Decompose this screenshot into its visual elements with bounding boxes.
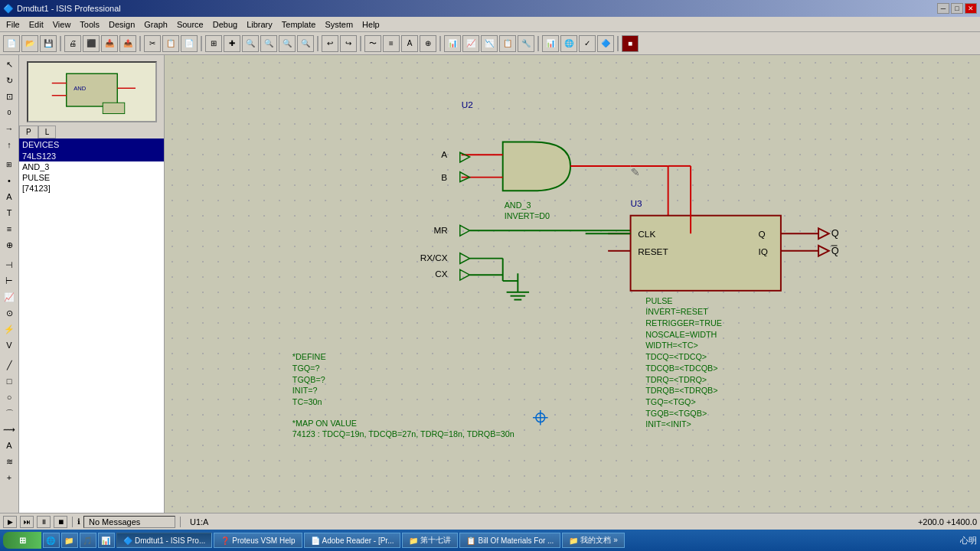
value-field[interactable]: 0 — [2, 105, 17, 120]
svg-text:TGQB=?: TGQB=? — [292, 375, 325, 384]
vdm-button[interactable]: ■ — [622, 35, 639, 52]
zoom-in-button[interactable]: 🔍 — [242, 35, 259, 52]
canvas-area[interactable]: U2 A B ✎ AND_3 INVERT=D0 — [165, 55, 980, 513]
quicklaunch-media[interactable]: 🎵 — [80, 533, 96, 548]
probe-button[interactable]: ⊕ — [420, 35, 436, 52]
toolbar-sep-2 — [139, 36, 141, 51]
paste-button[interactable]: 📄 — [181, 35, 198, 52]
tab-l[interactable]: L — [38, 126, 57, 139]
start-button[interactable]: ⊞ — [3, 532, 41, 549]
menu-file[interactable]: File — [2, 19, 24, 30]
open-button[interactable]: 📂 — [21, 35, 38, 52]
taskbar-folder[interactable]: 📁 第十七讲 — [402, 533, 458, 548]
label-button[interactable]: A — [401, 35, 418, 52]
menu-tools[interactable]: Tools — [75, 19, 104, 30]
device-74ls123[interactable]: 74LS123 — [19, 151, 164, 161]
zoom-area-button[interactable]: 🔍 — [279, 35, 296, 52]
quicklaunch-folder[interactable]: 📁 — [61, 533, 78, 548]
line-tool[interactable]: ╱ — [2, 357, 17, 373]
menu-help[interactable]: Help — [358, 19, 384, 30]
close-button[interactable]: ✕ — [965, 3, 977, 14]
device-pulse[interactable]: PULSE — [19, 172, 164, 183]
menu-library[interactable]: Library — [242, 19, 277, 30]
print2-button[interactable]: ⬛ — [83, 35, 100, 52]
path-tool[interactable]: ⟿ — [2, 422, 17, 437]
sim5-button[interactable]: 🔧 — [518, 35, 534, 52]
tape-tool[interactable]: ⊙ — [2, 305, 17, 321]
menu-template[interactable]: Template — [277, 19, 321, 30]
rotate-tool[interactable]: ↻ — [2, 73, 17, 88]
rect-tool[interactable]: □ — [2, 373, 17, 389]
circle-tool[interactable]: ○ — [2, 390, 17, 405]
bus-button[interactable]: ≡ — [383, 35, 400, 52]
terminal-tool[interactable]: ⊣ — [2, 257, 17, 272]
menu-edit[interactable]: Edit — [24, 19, 48, 30]
device-74123[interactable]: [74123] — [19, 183, 164, 194]
select-tool[interactable]: ↖ — [2, 57, 17, 72]
component-tool[interactable]: ⊡ — [2, 89, 17, 104]
status-coords: +200.0 +1400.0 — [918, 517, 977, 527]
check-button[interactable]: ✓ — [579, 35, 596, 52]
sim2-button[interactable]: 📈 — [462, 35, 479, 52]
menu-debug[interactable]: Debug — [208, 19, 242, 30]
sim3-button[interactable]: 📉 — [481, 35, 498, 52]
snap-button[interactable]: ⊞ — [205, 35, 222, 52]
pcb-button[interactable]: 🔷 — [597, 35, 614, 52]
add2-tool[interactable]: + — [2, 470, 17, 485]
label-tool[interactable]: A — [2, 189, 17, 204]
bus-tool[interactable]: ≡ — [2, 221, 17, 236]
pin-tool[interactable]: ⊢ — [2, 273, 17, 289]
add-button[interactable]: ✚ — [224, 35, 240, 52]
copy-button[interactable]: 📋 — [162, 35, 179, 52]
text-tool[interactable]: T — [2, 205, 17, 220]
zoom-out-button[interactable]: 🔍 — [260, 35, 277, 52]
sim1-button[interactable]: 📊 — [444, 35, 461, 52]
net-button[interactable]: 🌐 — [560, 35, 577, 52]
maximize-button[interactable]: □ — [951, 3, 963, 14]
wire-tool[interactable]: → — [2, 121, 17, 136]
export-button[interactable]: 📤 — [119, 35, 136, 52]
arc-tool[interactable]: ⌒ — [2, 406, 17, 421]
menu-design[interactable]: Design — [104, 19, 139, 30]
up-tool[interactable]: ↑ — [2, 137, 17, 152]
play-button[interactable]: ▶ — [3, 516, 17, 528]
pause-button[interactable]: ⏸ — [37, 516, 51, 528]
junction-tool[interactable]: • — [2, 173, 17, 188]
symbol-tool[interactable]: ≋ — [2, 454, 17, 469]
new-button[interactable]: 📄 — [3, 35, 20, 52]
menu-source[interactable]: Source — [172, 19, 208, 30]
taskbar-bom[interactable]: 📋 Bill Of Materials For ... — [459, 533, 560, 548]
menu-system[interactable]: System — [320, 19, 358, 30]
statusbar: ▶ ⏭ ⏸ ⏹ ℹ No Messages U1:A +200.0 +1400.… — [0, 513, 980, 530]
minimize-button[interactable]: ─ — [937, 3, 949, 14]
step-button[interactable]: ⏭ — [20, 516, 34, 528]
menu-view[interactable]: View — [48, 19, 76, 30]
gen-tool[interactable]: ⚡ — [2, 321, 17, 337]
taskbar-docs[interactable]: 📁 我的文档 » — [562, 533, 624, 548]
quicklaunch-ie[interactable]: 🌐 — [43, 533, 60, 548]
stop-button[interactable]: ⏹ — [54, 516, 67, 528]
save-button[interactable]: 💾 — [40, 35, 57, 52]
taskbar-proteus[interactable]: ❓ Proteus VSM Help — [214, 533, 302, 548]
print-button[interactable]: 🖨 — [64, 35, 81, 52]
menu-graph[interactable]: Graph — [139, 19, 172, 30]
toolbar-sep-1 — [60, 36, 61, 51]
redo-button[interactable]: ↪ — [340, 35, 357, 52]
bom-button[interactable]: 📊 — [542, 35, 559, 52]
cut-button[interactable]: ✂ — [144, 35, 161, 52]
wire-button[interactable]: 〜 — [364, 35, 381, 52]
quicklaunch-app[interactable]: 📊 — [98, 533, 115, 548]
taskbar-isis[interactable]: 🔷 Dmdtut1 - ISIS Pro... — [116, 533, 212, 548]
import-button[interactable]: 📥 — [101, 35, 118, 52]
device-tool[interactable]: ⊞ — [2, 157, 17, 172]
tab-p[interactable]: P — [19, 126, 38, 139]
volt-tool[interactable]: V — [2, 337, 17, 353]
graph-tool[interactable]: 📈 — [2, 289, 17, 305]
sim4-button[interactable]: 📋 — [499, 35, 516, 52]
zoom-full-button[interactable]: 🔍 — [297, 35, 314, 52]
undo-button[interactable]: ↩ — [322, 35, 338, 52]
text2-tool[interactable]: A — [2, 438, 17, 453]
subcircuit-tool[interactable]: ⊕ — [2, 237, 17, 253]
taskbar-adobe[interactable]: 📄 Adobe Reader - [Pr... — [304, 533, 401, 548]
device-and3[interactable]: AND_3 — [19, 161, 164, 172]
